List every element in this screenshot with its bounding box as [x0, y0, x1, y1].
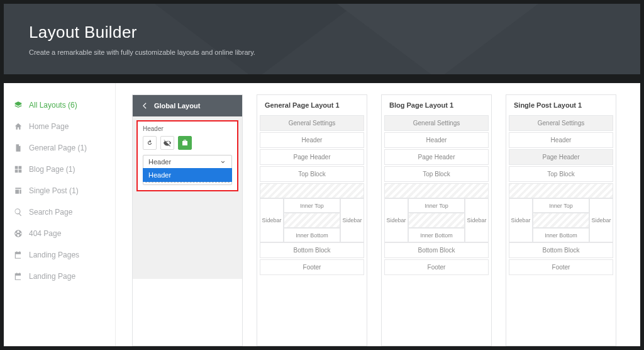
slot-header: Header	[384, 132, 489, 148]
slot-sidebar-left: Sidebar	[509, 198, 533, 242]
select-more-indicator	[145, 182, 230, 184]
slot-general-settings: General Settings	[260, 115, 364, 131]
slot-general-settings: General Settings	[384, 115, 489, 131]
slot-header: Header	[509, 132, 613, 148]
layout-card-title: General Page Layout 1	[257, 95, 367, 115]
slot-page-header: Page Header	[384, 149, 489, 165]
sidebar-item-label: Blog Page (1)	[29, 165, 75, 174]
sidebar-item-search-page[interactable]: Search Page	[4, 201, 115, 223]
slot-footer: Footer	[509, 259, 613, 275]
grid-icon	[14, 165, 23, 174]
refresh-button[interactable]	[143, 136, 157, 150]
header-config-panel: Header	[136, 120, 238, 191]
apply-button[interactable]	[178, 136, 192, 150]
calendar-icon	[14, 251, 23, 259]
home-icon	[14, 122, 23, 131]
slot-inner-bottom: Inner Bottom	[533, 228, 589, 242]
slot-sidebar-right: Sidebar	[465, 198, 489, 242]
slot-bottom-block: Bottom Block	[509, 242, 613, 258]
back-arrow-icon	[140, 101, 149, 110]
file-icon	[14, 144, 23, 152]
page-hero: Layout Builder Create a remarkable site …	[4, 4, 640, 74]
slot-header: Header	[260, 132, 364, 148]
sidebar-item-label: Landing Page	[29, 272, 75, 281]
page-title: Layout Builder	[29, 23, 615, 42]
sidebar-item-blog-page[interactable]: Blog Page (1)	[4, 159, 115, 180]
slot-inner-hatch	[408, 213, 465, 228]
slot-content-hatch	[260, 183, 364, 198]
slot-page-header: Page Header	[260, 149, 364, 165]
slot-inner-bottom: Inner Bottom	[284, 228, 340, 242]
slot-inner-top: Inner Top	[408, 198, 465, 213]
sidebar-item-general-page[interactable]: General Page (1)	[4, 137, 115, 159]
sidebar-item-label: Home Page	[29, 122, 69, 131]
globe-icon	[14, 229, 23, 238]
global-layout-card[interactable]: Global Layout Header	[132, 94, 243, 346]
header-template-select[interactable]: Header Header	[143, 155, 232, 185]
select-option-header[interactable]: Header	[143, 168, 232, 182]
sidebar-item-home-page[interactable]: Home Page	[4, 116, 115, 137]
panel-label: Header	[143, 125, 232, 132]
post-icon	[14, 186, 23, 195]
page-subtitle: Create a remarkable site with fully cust…	[29, 48, 615, 56]
slot-sidebar-left: Sidebar	[384, 198, 408, 242]
hide-icon	[164, 139, 171, 147]
sidebar-item-landing-page[interactable]: Landing Page	[4, 266, 115, 287]
sidebar-item-label: General Page (1)	[29, 144, 87, 152]
refresh-icon	[146, 139, 153, 147]
slot-inner-hatch	[284, 213, 340, 228]
global-layout-body: Header	[133, 116, 242, 279]
layout-card-title: Blog Page Layout 1	[382, 95, 491, 115]
hide-button[interactable]	[160, 136, 174, 150]
layouts-grid: Global Layout Header	[116, 83, 640, 346]
global-layout-header[interactable]: Global Layout	[133, 95, 242, 116]
layout-card-title: Single Post Layout 1	[506, 95, 616, 115]
layout-card-general[interactable]: General Page Layout 1 General Settings H…	[257, 94, 367, 346]
slot-sidebar-left: Sidebar	[260, 198, 284, 242]
slot-inner-bottom: Inner Bottom	[408, 228, 465, 242]
slot-inner-top: Inner Top	[533, 198, 589, 213]
layers-icon	[14, 101, 23, 110]
slot-bottom-block: Bottom Block	[384, 242, 489, 258]
slot-inner-top: Inner Top	[284, 198, 340, 213]
layout-card-blog[interactable]: Blog Page Layout 1 General Settings Head…	[381, 94, 492, 346]
layout-card-single-post[interactable]: Single Post Layout 1 General Settings He…	[506, 94, 616, 346]
slot-sidebar-right: Sidebar	[340, 198, 364, 242]
slot-content-hatch	[384, 183, 489, 198]
slot-footer: Footer	[384, 259, 489, 275]
sidebar-item-label: Single Post (1)	[29, 186, 79, 195]
slot-top-block: Top Block	[260, 166, 364, 182]
sidebar-item-landing-pages[interactable]: Landing Pages	[4, 244, 115, 266]
search-icon	[14, 208, 23, 217]
slot-bottom-block: Bottom Block	[260, 242, 364, 258]
sidebar-item-all-layouts[interactable]: All Layouts (6)	[4, 94, 115, 116]
sidebar-item-single-post[interactable]: Single Post (1)	[4, 180, 115, 201]
sidebar-item-label: 404 Page	[29, 229, 61, 238]
slot-top-block: Top Block	[384, 166, 489, 182]
slot-footer: Footer	[260, 259, 364, 275]
slot-inner-hatch	[533, 213, 589, 228]
slot-top-block: Top Block	[509, 166, 613, 182]
sidebar-item-label: Landing Pages	[29, 251, 79, 259]
category-sidebar: All Layouts (6) Home Page General Page (…	[4, 83, 116, 346]
briefcase-icon	[181, 139, 189, 147]
sidebar-item-404-page[interactable]: 404 Page	[4, 223, 115, 244]
calendar-icon	[14, 272, 23, 281]
sidebar-item-label: All Layouts (6)	[29, 101, 77, 110]
slot-sidebar-right: Sidebar	[589, 198, 613, 242]
slot-general-settings: General Settings	[509, 115, 613, 131]
global-layout-title: Global Layout	[154, 102, 200, 110]
sidebar-item-label: Search Page	[29, 208, 72, 217]
select-value[interactable]: Header	[143, 155, 231, 168]
slot-page-header: Page Header	[509, 149, 613, 165]
slot-content-hatch	[509, 183, 613, 198]
